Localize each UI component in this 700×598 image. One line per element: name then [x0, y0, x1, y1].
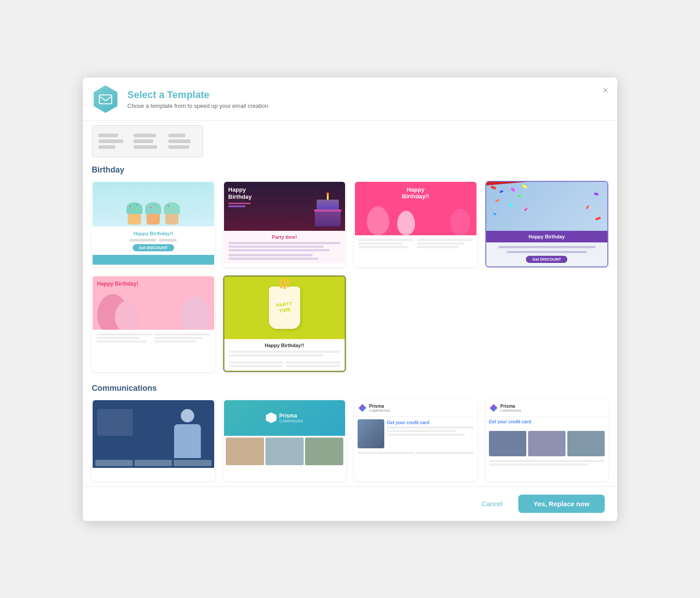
sprinkle	[154, 204, 156, 206]
skel-line	[417, 242, 464, 245]
skel-line	[387, 426, 474, 429]
card-preview-bday2: HappyBirthday	[224, 182, 346, 263]
template-card-bday3[interactable]: HappyBirthday!!	[354, 181, 477, 267]
skel-line	[387, 430, 456, 432]
cake-top-layer	[317, 200, 339, 210]
balloon3	[397, 211, 415, 235]
comm3-img1	[358, 419, 384, 448]
red-ribbon	[486, 182, 607, 185]
card-preview-comm4: Prisma CAMPAIGNS Get your credit card	[486, 400, 608, 480]
comm3-text: Get your credit card	[387, 419, 474, 447]
bday4-purple-bar: Happy Birthday	[486, 231, 608, 242]
bday5-body	[93, 330, 214, 346]
comm4-credit-title-wrap: Get your credit card	[486, 417, 608, 429]
comm2-img1	[226, 438, 264, 465]
dialog-header: Select a Template Chose a template from …	[83, 78, 617, 121]
confetti-9	[594, 192, 599, 195]
card-preview-comm2: Prisma CAMPAIGNS	[224, 400, 346, 480]
template-card-bday5[interactable]: Happy Birthday!	[92, 275, 215, 372]
bday4-bar-text: Happy Birthday	[489, 234, 605, 239]
card-preview-bday1: Happy Birthday!! Get DISCOUNT	[93, 182, 214, 265]
prisma-icon	[266, 413, 277, 423]
skel-line	[358, 242, 403, 245]
confetti-7	[509, 202, 513, 208]
skel-line	[228, 249, 330, 251]
skel-line	[358, 452, 415, 454]
template-card-bday2[interactable]: HappyBirthday	[223, 181, 346, 267]
skel-line	[96, 333, 152, 336]
template-card-comm1[interactable]	[92, 399, 215, 481]
person-head	[181, 409, 194, 422]
comm4-images	[486, 429, 608, 458]
person-body	[174, 424, 201, 458]
skel-line	[229, 351, 341, 353]
bday2-header: HappyBirthday	[224, 182, 346, 231]
bday3-text2	[417, 239, 472, 248]
communications-section-title: Communications	[92, 384, 608, 393]
header-icon-wrap	[92, 86, 119, 113]
bday6-skel-row	[229, 361, 341, 364]
skel-line	[286, 365, 340, 367]
bday5-title: Happy Birthday!	[97, 281, 210, 287]
skel-line	[159, 239, 177, 242]
comm2-img3	[305, 438, 343, 465]
skel-line	[229, 354, 324, 356]
skel-line	[155, 333, 210, 336]
template-card-comm4[interactable]: Prisma CAMPAIGNS Get your credit card	[485, 399, 609, 481]
template-card-comm2[interactable]: Prisma CAMPAIGNS	[223, 399, 346, 481]
skel-line	[168, 139, 191, 143]
comm4-img3	[567, 431, 605, 456]
skel-line	[155, 340, 196, 343]
skel-line	[228, 242, 341, 244]
sprinkle	[134, 207, 136, 209]
template-card-bday1[interactable]: Happy Birthday!! Get DISCOUNT	[92, 181, 215, 267]
bday4-body: Get DISCOUNT	[486, 242, 608, 266]
dialog-subtitle: Chose a template from to speed up your e…	[127, 102, 269, 109]
cancel-button[interactable]: Cancel	[472, 496, 511, 512]
sprinkle	[167, 205, 169, 206]
bday6-skel	[229, 351, 341, 367]
person-silhouette	[170, 409, 205, 458]
comm3-img1-inner	[358, 419, 384, 448]
comm4-header: Prisma CAMPAIGNS	[486, 400, 608, 417]
bday4-header	[486, 182, 608, 231]
stick3	[286, 279, 289, 287]
skel-line	[358, 246, 408, 248]
bday2-body: Party time!	[224, 231, 346, 263]
cake-container	[315, 193, 341, 228]
sprinkle	[136, 204, 138, 205]
skel-line	[168, 134, 185, 137]
bday5-text2	[155, 333, 210, 343]
bday2-underline2	[228, 205, 245, 207]
bday3-title: HappyBirthday!!	[402, 186, 429, 200]
skel-line	[98, 139, 123, 143]
bday3-body	[355, 235, 476, 252]
bday6-skel-row2	[229, 365, 341, 367]
template-card-bday6[interactable]: PARTYTIME Happy Birthday!!	[223, 275, 346, 372]
comm2-logo: Prisma CAMPAIGNS	[266, 413, 303, 423]
skel-col-1	[98, 134, 126, 149]
cupcake-body	[147, 214, 160, 225]
communications-template-grid: Prisma CAMPAIGNS	[92, 399, 608, 481]
cupcake-body	[165, 214, 179, 225]
bday6-title: Happy Birthday!!	[229, 343, 341, 348]
email-icon	[99, 93, 112, 106]
cupcake-3	[163, 202, 180, 226]
dialog-body: Birthday	[83, 121, 617, 486]
replace-button[interactable]: Yes, Replace now	[518, 495, 605, 513]
skel-line	[286, 361, 340, 364]
comm4-img1	[489, 431, 526, 456]
close-button[interactable]: ×	[602, 86, 608, 95]
cupcake-1	[126, 202, 143, 226]
cupcake-top	[126, 202, 142, 214]
birthday-section-title: Birthday	[92, 165, 608, 175]
template-card-comm3[interactable]: Prisma CAMPAIGNS Get your credit card	[354, 399, 477, 481]
template-card-bday4[interactable]: Happy Birthday Get DISCOUNT	[485, 181, 609, 267]
comm3-images: Get your credit card	[355, 417, 476, 450]
skel-line	[358, 239, 414, 241]
skel-line	[228, 258, 318, 260]
comm3-header: Prisma CAMPAIGNS	[355, 400, 476, 417]
scrollable-area[interactable]: Birthday	[83, 121, 617, 486]
confetti-4	[517, 195, 521, 197]
stick2	[283, 279, 285, 289]
